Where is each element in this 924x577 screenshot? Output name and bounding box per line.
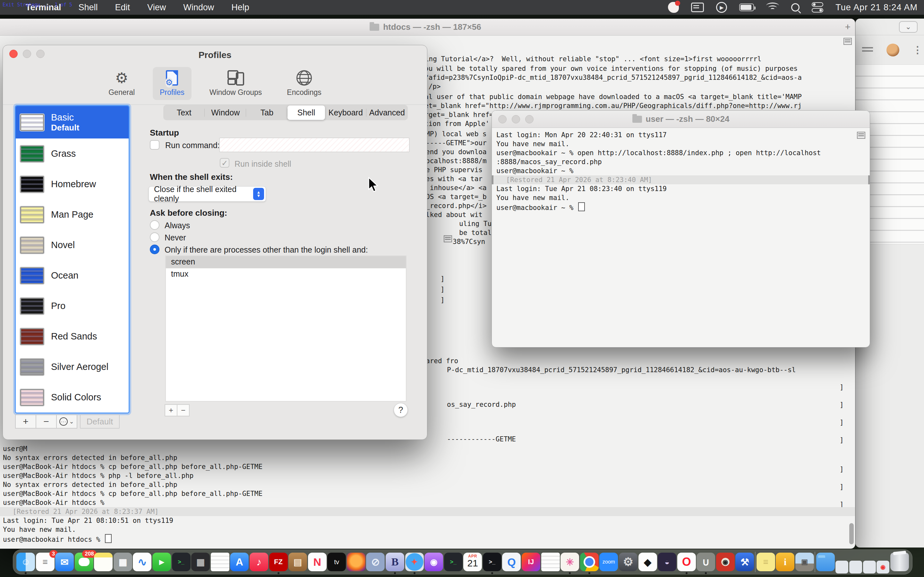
Novel[interactable]: Novel — [16, 230, 129, 260]
apple-tv[interactable]: tv — [327, 553, 346, 571]
firefox[interactable] — [347, 553, 365, 571]
more-options-icon[interactable]: ⋮ — [913, 44, 922, 55]
remove-profile-button[interactable]: − — [36, 414, 57, 429]
menu-item[interactable]: View — [147, 3, 166, 13]
roulette-app[interactable]: ◉ — [716, 553, 735, 571]
safari[interactable]: ✦ — [405, 553, 424, 571]
textedit[interactable] — [211, 553, 229, 571]
sort-icon[interactable] — [862, 47, 873, 53]
minimized-window-2[interactable] — [849, 561, 862, 574]
minimize-button[interactable] — [23, 50, 31, 58]
tab-overview-button[interactable]: ⌄ — [899, 21, 918, 33]
ideas-app[interactable]: i — [776, 553, 795, 571]
news[interactable]: N — [308, 553, 326, 571]
Solid Colors[interactable]: Solid Colors — [16, 382, 129, 413]
shell-exits-dropdown[interactable]: Close if the shell exited cleanly ▲▼ — [149, 186, 266, 201]
launchpad[interactable]: ▦ — [113, 553, 132, 571]
user-terminal-content[interactable]: Last login: Mon Apr 20 22:40:31 on ttys1… — [492, 128, 870, 212]
minimized-chrome-window[interactable]: ◉ — [877, 561, 889, 574]
toothfairy[interactable]: ∪ — [696, 553, 715, 571]
minimized-window-1[interactable] — [835, 561, 848, 574]
user-terminal-window[interactable]: user — -zsh — 80×24 Last login: Mon Apr … — [491, 110, 870, 348]
finder[interactable]: ☺ — [16, 553, 35, 571]
Pro[interactable]: Pro — [16, 291, 129, 321]
libreoffice[interactable] — [541, 553, 560, 571]
tab[interactable]: Shell — [288, 105, 325, 120]
inkscape[interactable]: ◆ — [638, 553, 657, 571]
intellij[interactable]: IJ — [522, 553, 540, 571]
dock-separator-1[interactable] — [755, 552, 756, 572]
add-profile-button[interactable]: + — [15, 414, 36, 429]
messages[interactable]: 208 — [75, 553, 94, 571]
tab[interactable]: Text — [163, 105, 205, 120]
split-pane-icon[interactable] — [843, 38, 852, 45]
run-command-checkbox[interactable] — [150, 140, 160, 150]
run-command-input[interactable] — [219, 137, 410, 152]
playback-status-icon[interactable]: ▶ — [716, 2, 727, 13]
Homebrew[interactable]: Homebrew — [16, 169, 129, 199]
profiles-titlebar[interactable]: Profiles — [3, 45, 427, 65]
terminal-profile[interactable]: >_ — [444, 553, 463, 571]
set-default-button[interactable]: Default — [80, 414, 120, 429]
tmux[interactable]: tmux — [166, 268, 406, 280]
terminal[interactable]: >_ — [172, 553, 191, 571]
battery-icon[interactable] — [739, 3, 754, 11]
address-book[interactable]: ▤ — [288, 553, 307, 571]
music[interactable]: ♪ — [250, 553, 268, 571]
Grass[interactable]: Grass — [16, 139, 129, 169]
mail[interactable]: ✉ — [55, 553, 74, 571]
menu-item[interactable]: Help — [231, 3, 249, 13]
spotlight-search-icon[interactable] — [791, 3, 800, 11]
tab[interactable]: Advanced — [367, 105, 408, 120]
diagram-app[interactable]: ⊘ — [366, 553, 384, 571]
help-button[interactable]: ? — [394, 403, 408, 417]
menu-item[interactable]: Window — [183, 3, 214, 13]
split-pane-icon[interactable] — [857, 132, 865, 139]
zoom-button[interactable] — [525, 115, 533, 123]
screen[interactable]: screen — [166, 256, 406, 268]
bbedit[interactable]: B — [386, 553, 404, 571]
zoom[interactable]: zoom — [599, 553, 618, 571]
profiles-preferences-window[interactable]: Profiles ⚙ General Profiles Window Group… — [3, 45, 427, 440]
developer-tools[interactable]: ⚒ — [735, 553, 754, 571]
toolbar-item-encodings[interactable]: Encodings — [280, 67, 328, 100]
opera[interactable]: O — [677, 553, 696, 571]
reminders[interactable]: ≡ 3 — [36, 553, 55, 571]
tab[interactable]: Keyboard — [325, 105, 367, 120]
screen-recorder-status-icon[interactable] — [668, 2, 679, 13]
toolbar-item-general[interactable]: ⚙ General — [102, 67, 142, 100]
zoom-button[interactable] — [36, 50, 45, 58]
Ocean[interactable]: Ocean — [16, 260, 129, 291]
wifi-icon[interactable] — [766, 3, 779, 12]
trash[interactable] — [890, 553, 909, 571]
tab[interactable]: Window — [205, 105, 246, 120]
menu-item[interactable]: Shell — [79, 3, 98, 13]
menu-item[interactable]: Edit — [115, 3, 130, 13]
calculator[interactable]: ▦ — [191, 553, 210, 571]
toolbar-item-window-groups[interactable]: Window Groups — [202, 67, 269, 100]
Man Page[interactable]: Man Page — [16, 199, 129, 230]
add-process-button[interactable]: + — [165, 404, 178, 416]
split-pane-icon[interactable] — [444, 235, 452, 242]
Red Sands[interactable]: Red Sands — [16, 321, 129, 351]
menu-bar-clock[interactable]: Tue Apr 21 8:24 AM — [835, 3, 918, 13]
avatar[interactable] — [887, 44, 899, 56]
downloads-folder[interactable] — [816, 553, 835, 571]
minimized-window-3[interactable] — [863, 561, 876, 574]
remove-process-button[interactable]: − — [177, 404, 190, 416]
dock-separator-2[interactable] — [814, 552, 815, 572]
terminal-dark[interactable]: >_ — [483, 553, 501, 571]
chrome[interactable] — [580, 553, 599, 571]
system-settings[interactable]: ⚙ — [619, 553, 638, 571]
run-inside-shell-checkbox[interactable]: ✓ — [220, 158, 229, 168]
freeform[interactable]: ∿ — [133, 553, 152, 571]
control-center-icon[interactable] — [812, 2, 823, 13]
facetime[interactable]: ▶ — [152, 553, 171, 571]
app-store[interactable]: A — [230, 553, 249, 571]
radio-always[interactable] — [150, 220, 160, 230]
Silver Aerogel[interactable]: Silver Aerogel — [16, 351, 129, 382]
stickies[interactable]: ≡ — [756, 553, 775, 571]
paint-app[interactable]: ✳ — [561, 553, 579, 571]
tab[interactable]: Tab — [246, 105, 288, 120]
podcasts[interactable]: ◉ — [425, 553, 443, 571]
